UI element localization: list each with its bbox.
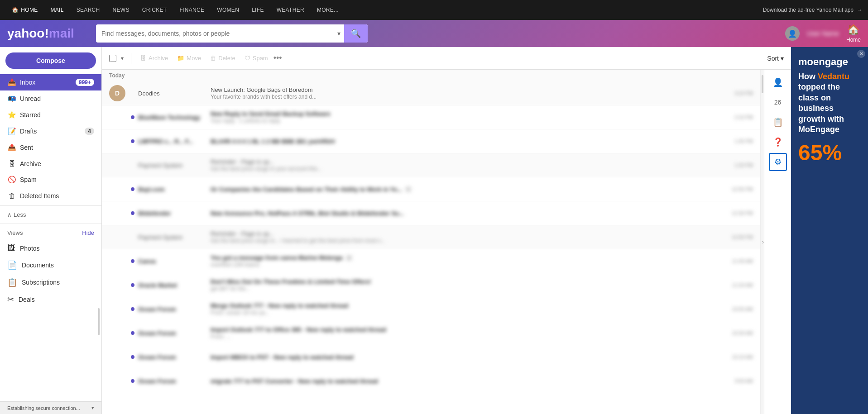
nav-weather-label: WEATHER (277, 7, 304, 13)
views-hide-button[interactable]: Hide (82, 229, 94, 236)
sidebar-item-starred[interactable]: ⭐ Starred (0, 107, 101, 123)
nav-more[interactable]: MORE... (311, 0, 345, 20)
deleted-label: Deleted Items (20, 192, 59, 200)
sidebar-item-deleted[interactable]: 🗑 Deleted Items (0, 188, 101, 204)
email-row[interactable]: Bayt.com Or Companies the Candidates Bas… (102, 177, 760, 201)
email-row[interactable]: Ocean Forum Import Outlook 777 to Office… (102, 321, 760, 345)
nav-finance[interactable]: FINANCE (173, 0, 211, 20)
email-row[interactable]: LMFPRO c... R... F... BL##RI 4 4 4 1 BL … (102, 129, 760, 153)
views-subscriptions[interactable]: 📋 Subscriptions (0, 274, 101, 291)
search-icon: 🔍 (351, 29, 361, 38)
email-time: 12:30 PM (732, 210, 753, 216)
email-row[interactable]: Canva You got a message from canva Marin… (102, 249, 760, 273)
email-preview: Your favorite brands with best offers an… (211, 94, 731, 100)
delete-button[interactable]: 🗑 Delete (206, 53, 239, 63)
email-subject: Merge Outlook 777 - New reply to watched… (211, 302, 348, 309)
settings-button[interactable]: ⚙ (769, 153, 787, 171)
nav-cricket[interactable]: CRICKET (136, 0, 173, 20)
contacts-button[interactable]: 👤 (769, 73, 787, 91)
email-row[interactable]: Ocean Forum Merge Outlook 777 - New repl… (102, 297, 760, 321)
email-content: migrate 777 to PST Converter - New reply… (211, 378, 731, 385)
email-preview: Get the best price range in your account… (211, 166, 731, 172)
select-all-checkbox[interactable] (109, 55, 116, 62)
header-right: 👤 User Name 🏠 Home (785, 24, 861, 43)
unread-label: Unread (20, 95, 41, 102)
compose-button[interactable]: Compose (5, 52, 96, 69)
nav-search[interactable]: SEARCH (70, 0, 106, 20)
expand-panel-icon[interactable]: › (762, 239, 764, 245)
email-subject: Reminder - Page is up... (211, 158, 274, 165)
inbox-badge: 999+ (76, 79, 94, 86)
email-row[interactable]: Bitdefender New Announce Pro, HotPass A … (102, 201, 760, 225)
search-dropdown-button[interactable]: ▾ (334, 30, 344, 37)
nav-home[interactable]: 🏠 HOME (5, 0, 44, 20)
email-sender: LMFPRO c... R... F... (138, 138, 211, 145)
sidebar-item-spam[interactable]: 🚫 Spam (0, 171, 101, 188)
email-row[interactable]: Ocean Forum migrate 777 to PST Converter… (102, 369, 760, 393)
spam-button[interactable]: 🛡 Spam (241, 53, 272, 63)
user-avatar[interactable]: 👤 (785, 26, 800, 41)
sidebar-item-archive[interactable]: 🗄 Archive (0, 156, 101, 171)
email-subject: Import Outlook 777 to Office 365 - New r… (211, 326, 386, 333)
sort-button[interactable]: Sort ▾ (767, 55, 784, 62)
views-deals[interactable]: ✂ Deals (0, 291, 101, 308)
inbox-icon: 📥 (7, 78, 16, 86)
unread-indicator (131, 211, 134, 215)
subscriptions-icon: 📋 (7, 277, 17, 287)
email-list: Today D Doodles New Launch: Google Bags … (102, 70, 760, 414)
settings-icon: ⚙ (774, 157, 782, 167)
nav-news[interactable]: NEWS (106, 0, 136, 20)
views-photos[interactable]: 🖼 Photos (0, 240, 101, 257)
home-button[interactable]: 🏠 Home (846, 24, 861, 43)
user-name[interactable]: User Name (807, 30, 839, 37)
email-content: Reminder - Page is up... Get the best pr… (211, 158, 731, 172)
less-toggle[interactable]: ∧ Less (0, 208, 101, 222)
views-label: Views (7, 229, 23, 236)
email-time: 10:55 AM (732, 306, 753, 312)
deals-label: Deals (19, 296, 35, 303)
unread-indicator (131, 187, 134, 191)
nav-life[interactable]: LIFE (245, 0, 270, 20)
nav-cricket-label: CRICKET (142, 7, 167, 13)
nav-women[interactable]: WOMEN (211, 0, 245, 20)
search-button[interactable]: 🔍 (344, 24, 368, 43)
email-row[interactable]: Oracle Market Don't Miss Out On These Fr… (102, 273, 760, 297)
home-icon: 🏠 (847, 24, 859, 36)
email-row[interactable]: BlueWave Technology New Reply to Send Em… (102, 105, 760, 129)
email-sender: Payment System (138, 234, 211, 241)
email-subject: New Announce Pro, HotPass A STRIk, Blot … (211, 210, 404, 217)
email-preview: From: ... (211, 333, 729, 340)
nav-news-label: NEWS (113, 7, 129, 13)
sidebar-item-unread[interactable]: 📭 Unread (0, 90, 101, 107)
help-button[interactable]: ❓ (769, 133, 787, 151)
email-preview: Your reply · 1 unfortu to reply (211, 118, 731, 124)
move-button[interactable]: 📁 Move (173, 53, 205, 63)
read-indicator (131, 235, 134, 239)
email-row[interactable]: Payment System Reminder - Page is up... … (102, 225, 760, 249)
nav-mail[interactable]: MAIL (44, 0, 70, 20)
app-header: yahoo!mail ▾ 🔍 👤 User Name 🏠 Home (0, 20, 868, 47)
spam-icon: 🚫 (7, 176, 16, 184)
promo-banner[interactable]: Download the ad-free Yahoo Mail app → (763, 7, 863, 13)
sidebar-item-sent[interactable]: 📤 Sent (0, 139, 101, 156)
select-dropdown-button[interactable]: ▾ (119, 55, 125, 62)
delete-btn-label: Delete (218, 55, 235, 62)
ad-close-button[interactable]: ✕ (857, 50, 865, 58)
search-input[interactable] (96, 30, 334, 37)
more-options-button[interactable]: ••• (273, 53, 282, 63)
email-content: BL##RI 4 4 4 1 BL 1 2 BB BBB 2B1 yw##RI#… (211, 138, 731, 145)
toolbar: ▾ 🗄 Archive 📁 Move 🗑 Delete 🛡 Spam ••• S… (102, 47, 791, 70)
email-row[interactable]: Payment System Reminder - Page is up... … (102, 153, 760, 177)
views-documents[interactable]: 📄 Documents (0, 257, 101, 274)
email-row[interactable]: Ocean Forum Import MBOX to PST - New rep… (102, 345, 760, 369)
drafts-icon: 📝 (7, 127, 16, 135)
sidebar-item-drafts[interactable]: 📝 Drafts 4 (0, 123, 101, 139)
sidebar-item-inbox[interactable]: 📥 Inbox 999+ (0, 74, 101, 90)
nav-weather[interactable]: WEATHER (270, 0, 311, 20)
ad-title-part2: topped the class on business growth with… (798, 82, 844, 134)
email-row[interactable]: D Doodles New Launch: Google Bags of Bor… (102, 81, 760, 105)
status-scroll-down-icon[interactable]: ▾ (91, 405, 94, 411)
calendar-button[interactable]: 26 (769, 93, 787, 111)
archive-button[interactable]: 🗄 Archive (137, 53, 172, 63)
notes-button[interactable]: 📋 (769, 113, 787, 131)
